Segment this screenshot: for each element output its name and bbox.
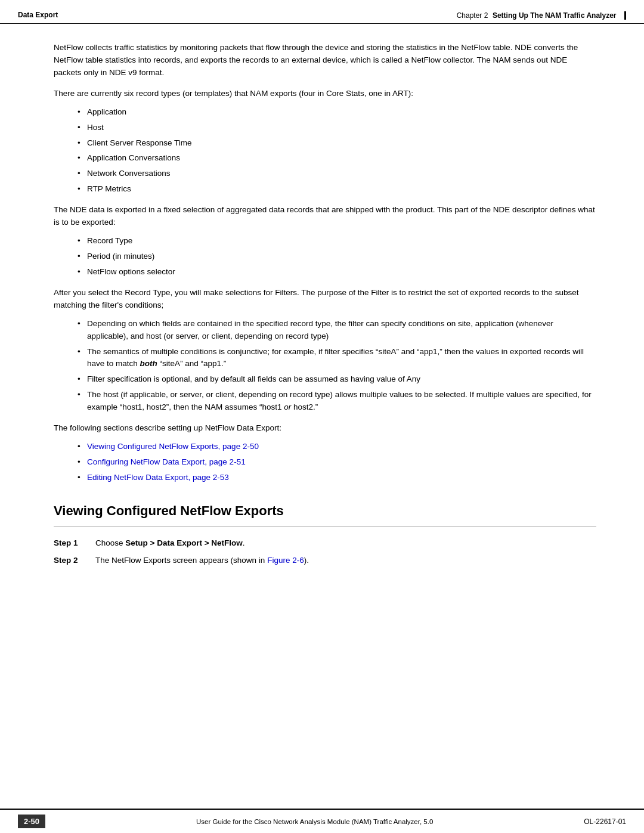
step2-content: The NetFlow Exports screen appears (show…: [95, 555, 596, 567]
bullet3-item2: The semantics of multiple conditions is …: [87, 347, 584, 368]
list-item: Period (in minutes): [78, 250, 596, 263]
list-item-link: Editing NetFlow Data Export, page 2-53: [78, 472, 596, 484]
links-list: Viewing Configured NetFlow Exports, page…: [78, 441, 596, 484]
step1-pre: Choose: [95, 538, 125, 547]
bullet-list-2: Record Type Period (in minutes) NetFlow …: [78, 235, 596, 278]
footer-left: 2-50: [18, 815, 45, 828]
step2-post: ).: [304, 556, 309, 565]
page-header: Data Export Chapter 2 Setting Up The NAM…: [0, 0, 644, 24]
list-item: Depending on which fields are contained …: [78, 318, 596, 343]
list-item-link: Viewing Configured NetFlow Exports, page…: [78, 441, 596, 453]
link-editing[interactable]: Editing NetFlow Data Export, page 2-53: [87, 473, 229, 482]
list-item: Application Conversations: [78, 152, 596, 165]
header-title: Setting Up The NAM Traffic Analyzer: [493, 11, 617, 20]
list-item: NetFlow options selector: [78, 266, 596, 278]
step1-bold: Setup > Data Export > NetFlow: [125, 538, 243, 547]
bullet3-item4: The host (if applicable, or server, or c…: [87, 390, 592, 411]
list-item: Host: [78, 122, 596, 134]
intro-paragraph-1: NetFlow collects traffic statistics by m…: [54, 42, 596, 79]
content-area: NetFlow collects traffic statistics by m…: [0, 24, 644, 620]
page-container: Data Export Chapter 2 Setting Up The NAM…: [0, 0, 644, 833]
bullet-list-3: Depending on which fields are contained …: [78, 318, 596, 414]
step1-post: .: [243, 538, 245, 547]
header-right-group: Chapter 2 Setting Up The NAM Traffic Ana…: [457, 11, 626, 20]
step1-label: Step 1: [54, 537, 95, 550]
list-item: Network Conversations: [78, 168, 596, 180]
step2-link[interactable]: Figure 2-6: [267, 556, 304, 565]
list-item-link: Configuring NetFlow Data Export, page 2-…: [78, 456, 596, 469]
intro-paragraph-2: There are currently six record types (or…: [54, 88, 596, 100]
step-2-row: Step 2 The NetFlow Exports screen appear…: [54, 555, 596, 567]
nde-paragraph: The NDE data is exported in a fixed sele…: [54, 204, 596, 229]
steps-container: Step 1 Choose Setup > Data Export > NetF…: [54, 537, 596, 567]
footer-right: OL-22617-01: [584, 817, 626, 826]
page-number: 2-50: [18, 815, 45, 828]
header-left: Data Export: [18, 11, 58, 19]
list-item: The semantics of multiple conditions is …: [78, 346, 596, 371]
link-configuring[interactable]: Configuring NetFlow Data Export, page 2-…: [87, 457, 246, 466]
list-item: Client Server Response Time: [78, 137, 596, 150]
header-divider-icon: [624, 11, 626, 20]
filter-paragraph: After you select the Record Type, you wi…: [54, 287, 596, 312]
header-section-label: Data Export: [18, 11, 58, 19]
section-heading: Viewing Configured NetFlow Exports: [54, 501, 596, 527]
step2-pre: The NetFlow Exports screen appears (show…: [95, 556, 267, 565]
list-item: The host (if applicable, or server, or c…: [78, 389, 596, 414]
list-item: Application: [78, 106, 596, 119]
list-item: Record Type: [78, 235, 596, 247]
footer-center: User Guide for the Cisco Network Analysi…: [57, 818, 572, 825]
list-item: RTP Metrics: [78, 183, 596, 196]
bullet-list-1: Application Host Client Server Response …: [78, 106, 596, 196]
bullet3-item3: Filter specification is optional, and by…: [87, 374, 420, 383]
step-1-row: Step 1 Choose Setup > Data Export > NetF…: [54, 537, 596, 550]
step1-content: Choose Setup > Data Export > NetFlow.: [95, 537, 596, 550]
header-chapter: Chapter 2: [457, 11, 488, 20]
list-item: Filter specification is optional, and by…: [78, 373, 596, 386]
bullet3-item1: Depending on which fields are contained …: [87, 319, 553, 340]
following-paragraph: The following sections describe setting …: [54, 422, 596, 435]
link-viewing[interactable]: Viewing Configured NetFlow Exports, page…: [87, 442, 259, 451]
page-footer: 2-50 User Guide for the Cisco Network An…: [0, 809, 644, 833]
step2-label: Step 2: [54, 555, 95, 567]
